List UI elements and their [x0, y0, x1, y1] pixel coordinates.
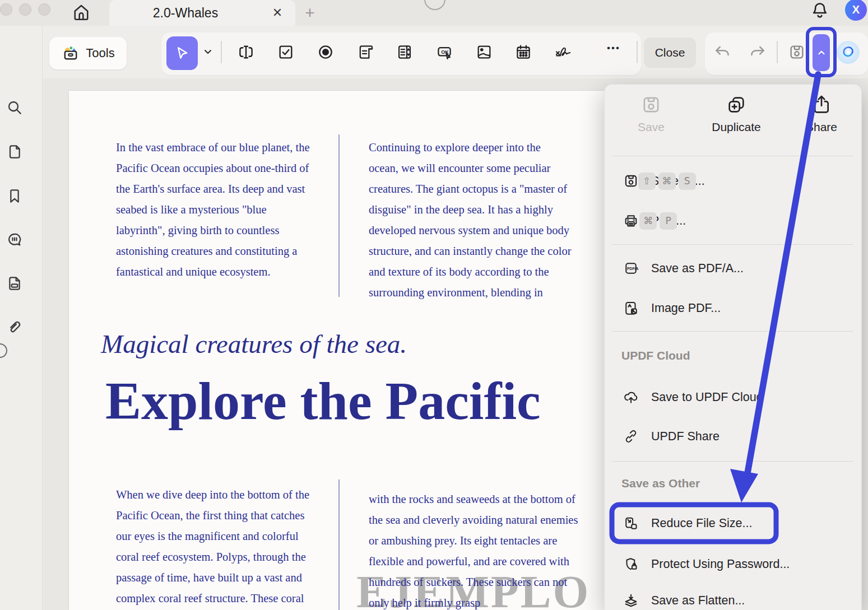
redo-icon — [748, 43, 767, 62]
paragraph-top-right: Continuing to explore deeper into the oc… — [369, 137, 572, 303]
flatten-icon — [623, 592, 639, 609]
chevron-down-icon — [201, 45, 215, 58]
new-tab-button[interactable]: + — [300, 3, 319, 22]
updf-ai-logo-icon — [840, 44, 857, 61]
menu-separator — [612, 244, 853, 245]
bookmark-icon — [6, 187, 24, 205]
menu-quick-save: Save — [609, 94, 694, 134]
close-button-label: Close — [655, 46, 685, 59]
image-icon — [475, 43, 494, 62]
menu-quick-share[interactable]: Share — [779, 94, 864, 134]
close-document-button[interactable]: Close — [644, 38, 696, 68]
screen-notch-circle — [424, 0, 445, 10]
window-close-button[interactable] — [0, 3, 12, 16]
toolbar-divider — [777, 41, 778, 63]
svg-text:PDF/A: PDF/A — [627, 267, 638, 271]
menu-section-save-as-other: Save as Other — [621, 477, 700, 490]
comment-icon — [6, 231, 24, 249]
signature-tool-button[interactable] — [554, 43, 573, 62]
menu-item-image-pdf[interactable]: Image PDF... — [623, 292, 721, 324]
column-divider — [338, 134, 340, 297]
attachments-panel-button[interactable] — [6, 318, 24, 336]
home-icon — [71, 2, 91, 22]
pdf-page: EJEMPLO In the vast embrace of our blue … — [69, 91, 606, 610]
radio-tool-button[interactable] — [316, 43, 335, 62]
menu-item-save-as[interactable]: Save as... ⇧ ⌘ S — [623, 165, 705, 197]
shortcut-keys: ⌘ P — [639, 212, 677, 230]
tab-close-button[interactable]: ✕ — [270, 5, 285, 21]
share-icon — [810, 94, 833, 116]
bell-icon — [810, 0, 830, 21]
more-tools-button[interactable]: ••• — [600, 43, 628, 54]
search-panel-button[interactable] — [6, 99, 24, 117]
menu-item-save-as-flatten[interactable]: Save as Flatten... — [623, 585, 745, 610]
comments-panel-button[interactable] — [6, 231, 24, 249]
push-button-icon: OK — [435, 43, 454, 62]
text-field-icon — [236, 43, 256, 62]
radio-button-icon — [316, 43, 335, 62]
thumbnail-icon — [6, 274, 24, 292]
paragraph-bottom-right: with the rocks and seaweeds at the botto… — [369, 489, 579, 610]
select-tool-dropdown[interactable] — [201, 45, 215, 58]
note-tool-button[interactable] — [356, 43, 375, 62]
document-subtitle: Magical creatures of the sea. — [101, 329, 407, 359]
reduce-file-size-icon — [623, 515, 639, 532]
menu-item-updf-share[interactable]: UPDF Share — [623, 421, 720, 452]
save-icon — [640, 94, 662, 116]
image-tool-button[interactable] — [475, 43, 494, 62]
link-icon — [623, 428, 639, 445]
key-command: ⌘ — [639, 212, 657, 230]
menu-item-save-to-updf-cloud[interactable]: Save to UPDF Cloud — [623, 381, 763, 413]
select-tool-button[interactable] — [166, 36, 198, 70]
list-tool-button[interactable] — [395, 43, 414, 62]
menu-quick-duplicate[interactable]: Duplicate — [694, 94, 779, 134]
pages-panel-button[interactable] — [6, 143, 24, 161]
sticky-note-icon — [356, 43, 375, 62]
combo-list-icon — [395, 43, 414, 62]
thumbnails-panel-button[interactable] — [6, 274, 24, 292]
tab-2-0-whales[interactable]: 2.0-Whales ✕ — [109, 0, 295, 26]
text-field-tool-button[interactable] — [236, 43, 256, 62]
menu-item-save-as-pdfa[interactable]: PDF/A Save as PDF/A... — [623, 253, 744, 284]
notifications-button[interactable] — [810, 0, 830, 21]
menu-item-label: UPDF Share — [651, 430, 720, 444]
menu-item-print[interactable]: Print... ⌘ P — [623, 205, 686, 236]
account-avatar[interactable]: X — [845, 0, 867, 21]
column-divider — [338, 479, 340, 610]
window-minimize-button[interactable] — [19, 3, 31, 16]
pdfa-icon: PDF/A — [623, 260, 639, 277]
titlebar: 2.0-Whales ✕ + X — [0, 0, 868, 26]
toolbox-icon — [61, 44, 80, 63]
menu-quick-save-label: Save — [638, 120, 665, 134]
menu-quick-duplicate-label: Duplicate — [712, 120, 761, 134]
key-p: P — [660, 212, 677, 230]
key-shift: ⇧ — [638, 173, 656, 190]
sidebar-collapse-handle[interactable] — [0, 343, 7, 358]
duplicate-icon — [725, 94, 748, 116]
menu-item-label: Save as Flatten... — [651, 594, 745, 608]
date-tool-button[interactable] — [514, 43, 533, 62]
paperclip-icon — [6, 318, 24, 336]
save-button[interactable] — [787, 43, 806, 62]
home-button[interactable] — [71, 2, 91, 22]
undo-button[interactable] — [713, 43, 732, 62]
bookmarks-panel-button[interactable] — [6, 187, 24, 205]
main-toolbar: Tools — [0, 26, 868, 78]
ok-button-tool-button[interactable]: OK — [435, 43, 454, 62]
cloud-upload-icon — [623, 389, 639, 406]
save-icon — [787, 43, 806, 62]
menu-separator — [612, 461, 853, 462]
shield-lock-icon — [623, 556, 639, 572]
redo-button[interactable] — [748, 43, 767, 62]
tools-button-label: Tools — [86, 46, 114, 60]
menu-item-label: Save to UPDF Cloud — [651, 390, 763, 404]
paragraph-bottom-left: When we dive deep into the bottom of the… — [116, 485, 311, 609]
tools-button[interactable]: Tools — [49, 37, 127, 69]
menu-item-reduce-file-size[interactable]: Reduce File Size... — [623, 507, 752, 539]
window-zoom-button[interactable] — [38, 3, 50, 16]
menu-item-protect-using-password[interactable]: Protect Using Password... — [623, 548, 790, 580]
key-command: ⌘ — [658, 173, 676, 190]
updf-ai-button[interactable] — [837, 41, 860, 64]
save-options-expand-button[interactable] — [813, 34, 830, 71]
checkbox-tool-button[interactable] — [276, 43, 295, 62]
